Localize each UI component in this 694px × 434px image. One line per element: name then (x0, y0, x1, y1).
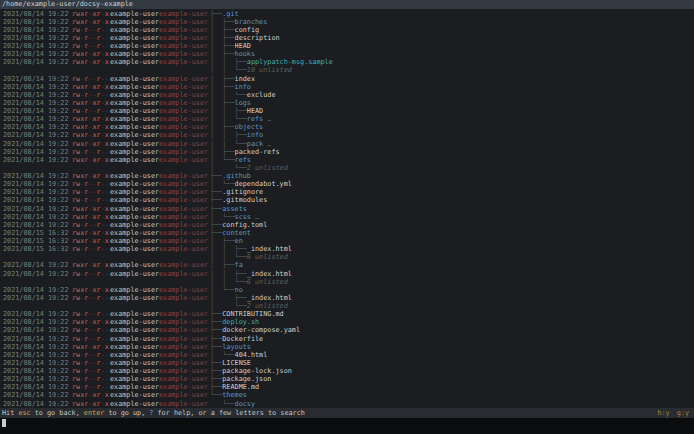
tree-row[interactable]: 2021/08/14 19:22rw-r--r--example-userexa… (0, 148, 694, 156)
tree-row[interactable]: 2021/08/14 19:22rwxr-xr-xexample-userexa… (0, 318, 694, 326)
entry-name[interactable]: CONTRIBUTING.md (222, 310, 283, 318)
entry-name[interactable]: logs (235, 99, 251, 107)
entry-name[interactable]: content (222, 229, 251, 237)
tree-row[interactable]: 2021/08/14 19:22rwxr-xr-xexample-userexa… (0, 391, 694, 399)
tree-row[interactable]: 2021/08/14 19:22rw-r--r--example-userexa… (0, 359, 694, 367)
tree-row[interactable]: 2021/08/14 19:22rwxr-xr-xexample-userexa… (0, 50, 694, 58)
tree-row[interactable]: 2021/08/14 19:22rw-r--r--example-userexa… (0, 351, 694, 359)
entry-name[interactable]: en (235, 237, 243, 245)
tree-row[interactable]: │ └──2 unlisted (0, 302, 694, 310)
tree-row[interactable]: 2021/08/14 19:22rw-r--r--example-userexa… (0, 367, 694, 375)
entry-name[interactable]: description (235, 34, 280, 42)
entry-name[interactable]: no (235, 286, 243, 294)
entry-name[interactable]: refs (235, 156, 251, 164)
tree-row[interactable]: 2021/08/14 19:22rw-r--r--example-userexa… (0, 375, 694, 383)
entry-name[interactable]: README.md (222, 383, 259, 391)
tree-row[interactable]: 2021/08/15 16:32rwxr-xr-xexample-userexa… (0, 229, 694, 237)
tree-row[interactable]: 2021/08/14 19:22rw-r--r--example-userexa… (0, 26, 694, 34)
tree-row[interactable]: 2021/08/14 19:22rw-r--r--example-userexa… (0, 310, 694, 318)
tree-row[interactable]: 2021/08/14 19:22rw-r--r--example-userexa… (0, 294, 694, 302)
tree-row[interactable]: 2021/08/14 19:22rwxr-xr-xexample-userexa… (0, 99, 694, 107)
entry-name[interactable]: assets (222, 205, 247, 213)
tree-row[interactable]: 2021/08/14 19:22rwxr-xr-xexample-userexa… (0, 156, 694, 164)
tree-row[interactable]: │ │ └──6 unlisted (0, 278, 694, 286)
entry-name[interactable]: package-lock.json (222, 367, 292, 375)
entry-name[interactable]: applypatch-msg.sample (247, 58, 333, 66)
tree-row[interactable]: 2021/08/14 19:22rwxr-xr-xexample-userexa… (0, 286, 694, 294)
entry-name[interactable]: package.json (222, 375, 271, 383)
entry-name[interactable]: LICENSE (222, 359, 251, 367)
entry-name[interactable]: .gitmodules (222, 196, 267, 204)
tree-row[interactable]: 2021/08/14 19:22rwxr-xr-xexample-userexa… (0, 343, 694, 351)
entry-name[interactable]: .github (222, 172, 251, 180)
entry-name[interactable]: config (235, 26, 260, 34)
entry-name[interactable]: HEAD (247, 107, 263, 115)
tree-row[interactable]: 2021/08/14 19:22rwxr-xr-xexample-userexa… (0, 131, 694, 139)
entry-name[interactable]: deploy.sh (222, 318, 259, 326)
tree-row[interactable]: 2021/08/14 19:22rw-r--r--example-userexa… (0, 107, 694, 115)
tree-row[interactable]: 2021/08/14 19:22rwxr-xr-xexample-userexa… (0, 205, 694, 213)
entry-name[interactable]: config.toml (222, 221, 267, 229)
entry-name[interactable]: objects (235, 123, 264, 131)
tree-row[interactable]: 2021/08/14 19:22rwxr-xr-xexample-userexa… (0, 213, 694, 221)
tree-row[interactable]: 2021/08/14 19:22rwxr-xr-xexample-userexa… (0, 140, 694, 148)
tree-row[interactable]: │ └──2 unlisted (0, 164, 694, 172)
entry-name[interactable]: 404.html (235, 351, 268, 359)
tree-row[interactable]: 2021/08/14 19:22rw-r--r--example-userexa… (0, 270, 694, 278)
entry-name[interactable]: info (235, 83, 251, 91)
tree-row[interactable]: │ │ └──10 unlisted (0, 66, 694, 74)
search-input[interactable] (2, 419, 690, 427)
tree-row[interactable]: 2021/08/14 19:22rwxr-xr-xexample-userexa… (0, 400, 694, 408)
tree-row[interactable]: 2021/08/14 19:22rw-r--r--example-userexa… (0, 188, 694, 196)
entry-name[interactable]: 2 unlisted (247, 164, 288, 172)
entry-name[interactable]: exclude (247, 91, 276, 99)
entry-name[interactable]: _index.html (247, 245, 292, 253)
entry-name[interactable]: dependabot.yml (235, 180, 292, 188)
entry-name[interactable]: packed-refs (235, 148, 280, 156)
tree-row[interactable]: 2021/08/14 19:22rwxr-xr-xexample-userexa… (0, 172, 694, 180)
tree-row[interactable]: 2021/08/15 16:32rw-r--r--example-userexa… (0, 245, 694, 253)
tree-row[interactable]: 2021/08/14 19:22rw-r--r--example-userexa… (0, 42, 694, 50)
entry-name[interactable]: 6 unlisted (247, 278, 288, 286)
tree-row[interactable]: 2021/08/14 19:22rw-r--r--example-userexa… (0, 75, 694, 83)
tree-row[interactable]: │ │ └──6 unlisted (0, 253, 694, 261)
search-input-area[interactable] (0, 418, 694, 434)
entry-name[interactable]: branches (235, 18, 268, 26)
entry-name[interactable]: refs (247, 115, 263, 123)
tree-row[interactable]: 2021/08/14 19:22rwxr-xr-xexample-userexa… (0, 115, 694, 123)
tree-row[interactable]: 2021/08/14 19:22rwxr-xr-xexample-userexa… (0, 123, 694, 131)
tree-row[interactable]: 2021/08/14 19:22rwxr-xr-xexample-userexa… (0, 10, 694, 18)
tree-row[interactable]: 2021/08/14 19:22rw-r--r--example-userexa… (0, 335, 694, 343)
entry-name[interactable]: hooks (235, 50, 255, 58)
entry-name[interactable]: themes (222, 391, 247, 399)
entry-name[interactable]: pack (247, 140, 263, 148)
tree-row[interactable]: 2021/08/14 19:22rw-r--r--example-userexa… (0, 196, 694, 204)
entry-name[interactable]: .gitignore (222, 188, 263, 196)
entry-name[interactable]: _index.html (247, 270, 292, 278)
entry-name[interactable]: index (235, 75, 255, 83)
tree-row[interactable]: 2021/08/14 19:22rw-r--r--example-userexa… (0, 383, 694, 391)
entry-name[interactable]: Dockerfile (222, 335, 263, 343)
tree-row[interactable]: 2021/08/14 19:22rwxr-xr-xexample-userexa… (0, 83, 694, 91)
tree-row[interactable]: 2021/08/14 19:22rwxr-xr-xexample-userexa… (0, 261, 694, 269)
tree-row[interactable]: 2021/08/14 19:22rw-r--r--example-userexa… (0, 221, 694, 229)
tree-row[interactable]: 2021/08/15 16:32rwxr-xr-xexample-userexa… (0, 237, 694, 245)
entry-name[interactable]: .git (222, 10, 238, 18)
entry-name[interactable]: layouts (222, 343, 251, 351)
tree-row[interactable]: 2021/08/14 19:22rw-r--r--example-userexa… (0, 180, 694, 188)
entry-name[interactable]: _index.html (247, 294, 292, 302)
entry-name[interactable]: docsy (235, 400, 255, 408)
entry-name[interactable]: scss (235, 213, 251, 221)
entry-name[interactable]: fa (235, 261, 243, 269)
tree-row[interactable]: 2021/08/14 19:22rw-r--r--example-userexa… (0, 91, 694, 99)
tree-row[interactable]: 2021/08/14 19:22rw-r--r--example-userexa… (0, 34, 694, 42)
entry-name[interactable]: 6 unlisted (247, 253, 288, 261)
tree-row[interactable]: 2021/08/14 19:22rw-r--r--example-userexa… (0, 326, 694, 334)
entry-name[interactable]: 10 unlisted (247, 66, 292, 74)
tree-row[interactable]: 2021/08/14 19:22rwxr-xr-xexample-userexa… (0, 58, 694, 66)
entry-name[interactable]: HEAD (235, 42, 251, 50)
tree-row[interactable]: 2021/08/14 19:22rwxr-xr-xexample-userexa… (0, 18, 694, 26)
entry-name[interactable]: docker-compose.yaml (222, 326, 300, 334)
entry-name[interactable]: info (247, 131, 263, 139)
entry-name[interactable]: 2 unlisted (247, 302, 288, 310)
